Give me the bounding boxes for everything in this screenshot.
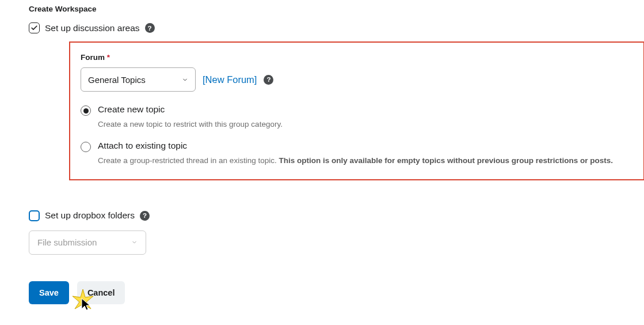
create-new-topic-radio[interactable]: [81, 105, 91, 116]
cancel-button[interactable]: Cancel: [77, 281, 125, 304]
discussion-config-panel: Forum * General Topics [New Forum] ? Cre…: [69, 41, 644, 180]
forum-select-value: General Topics: [88, 75, 146, 85]
chevron-down-icon: [182, 77, 188, 83]
file-submission-placeholder: File submission: [37, 237, 97, 247]
discussion-areas-checkbox[interactable]: [29, 22, 40, 33]
discussion-areas-label: Set up discussion areas: [45, 23, 140, 33]
forum-select[interactable]: General Topics: [81, 67, 196, 92]
attach-existing-topic-desc: Create a group-restricted thread in an e…: [98, 156, 633, 167]
section-title: Create Workspace: [29, 5, 615, 13]
help-icon[interactable]: ?: [264, 75, 273, 85]
attach-existing-topic-label: Attach to existing topic: [98, 141, 187, 151]
help-icon[interactable]: ?: [140, 211, 150, 221]
dropbox-folders-checkbox[interactable]: [29, 210, 40, 221]
file-submission-select[interactable]: File submission: [29, 230, 146, 255]
create-new-topic-desc: Create a new topic to restrict with this…: [98, 119, 633, 130]
chevron-down-icon: [131, 239, 138, 245]
attach-existing-topic-radio[interactable]: [81, 142, 91, 152]
forum-label: Forum *: [81, 53, 633, 62]
check-icon: [31, 24, 38, 32]
dropbox-folders-label: Set up dropbox folders: [45, 210, 135, 221]
new-forum-link[interactable]: [New Forum]: [203, 74, 257, 85]
create-new-topic-label: Create new topic: [98, 104, 165, 115]
save-button[interactable]: Save: [29, 281, 69, 304]
help-icon[interactable]: ?: [145, 23, 155, 33]
